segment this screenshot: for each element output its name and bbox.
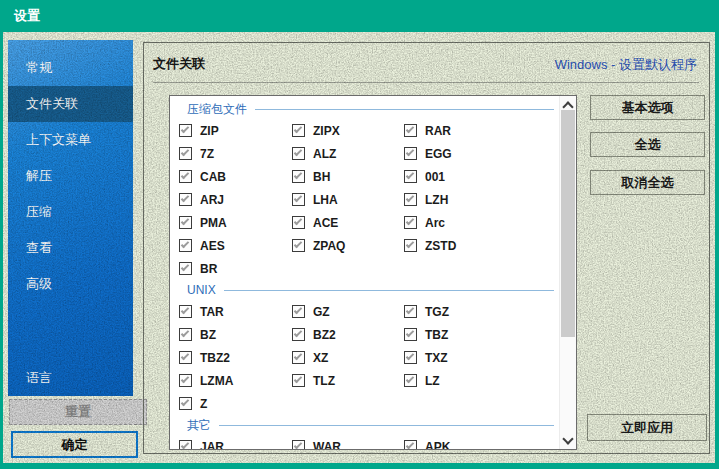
extension-checkbox-cab[interactable]: CAB bbox=[179, 165, 292, 188]
extension-label: BR bbox=[200, 262, 217, 276]
sidebar-item-file-association[interactable]: 文件关联 bbox=[8, 86, 133, 122]
checkbox-checked-icon bbox=[404, 374, 417, 387]
extension-label: ZIP bbox=[200, 124, 219, 138]
extension-checkbox-war[interactable]: WAR bbox=[292, 435, 404, 449]
titlebar[interactable]: 设置 bbox=[0, 0, 719, 32]
extension-checkbox-lha[interactable]: LHA bbox=[292, 188, 404, 211]
extension-checkbox-alz[interactable]: ALZ bbox=[292, 142, 404, 165]
extension-checkbox-tar[interactable]: TAR bbox=[179, 300, 292, 323]
sidebar: 常规文件关联上下文菜单解压压缩查看高级语言 bbox=[8, 40, 133, 396]
content-panel: 文件关联 Windows - 设置默认程序 压缩包文件ZIPZIPXRAR7ZA… bbox=[143, 42, 710, 454]
extension-list: 压缩包文件ZIPZIPXRAR7ZALZEGGCABBH001ARJLHALZH… bbox=[169, 95, 577, 450]
extension-checkbox-001[interactable]: 001 bbox=[404, 165, 559, 188]
extension-label: BH bbox=[313, 170, 330, 184]
extension-checkbox-br[interactable]: BR bbox=[179, 257, 292, 280]
extension-checkbox-gz[interactable]: GZ bbox=[292, 300, 404, 323]
extension-checkbox-xz[interactable]: XZ bbox=[292, 346, 404, 369]
extension-checkbox-lzma[interactable]: LZMA bbox=[179, 369, 292, 392]
scroll-down-button[interactable] bbox=[560, 432, 576, 449]
windows-default-programs-link[interactable]: Windows - 设置默认程序 bbox=[555, 56, 697, 74]
extension-label: 7Z bbox=[200, 147, 214, 161]
checkbox-checked-icon bbox=[179, 305, 192, 318]
checkbox-checked-icon bbox=[179, 328, 192, 341]
extension-checkbox-arj[interactable]: ARJ bbox=[179, 188, 292, 211]
extension-label: APK bbox=[425, 440, 450, 450]
checkbox-checked-icon bbox=[179, 239, 192, 252]
scrollbar-thumb[interactable] bbox=[561, 110, 575, 337]
extension-checkbox-zipx[interactable]: ZIPX bbox=[292, 119, 404, 142]
extension-checkbox-rar[interactable]: RAR bbox=[404, 119, 559, 142]
extension-label: BZ bbox=[200, 328, 216, 342]
reset-button[interactable]: 重置 bbox=[9, 399, 147, 425]
extension-label: AES bbox=[200, 239, 225, 253]
extension-label: JAR bbox=[200, 440, 224, 450]
extension-label: LZMA bbox=[200, 374, 233, 388]
extension-label: ALZ bbox=[313, 147, 336, 161]
extension-label: PMA bbox=[200, 216, 227, 230]
extension-label: TXZ bbox=[425, 351, 448, 365]
ok-button[interactable]: 确定 bbox=[11, 431, 138, 458]
checkbox-checked-icon bbox=[404, 351, 417, 364]
deselect-all-button[interactable]: 取消全选 bbox=[590, 170, 705, 195]
extension-checkbox-lzh[interactable]: LZH bbox=[404, 188, 559, 211]
extension-label: GZ bbox=[313, 305, 330, 319]
sidebar-item-extract[interactable]: 解压 bbox=[8, 158, 133, 194]
scrollbar[interactable] bbox=[559, 96, 576, 449]
extension-label: LZH bbox=[425, 193, 448, 207]
extension-checkbox-egg[interactable]: EGG bbox=[404, 142, 559, 165]
extension-checkbox-zip[interactable]: ZIP bbox=[179, 119, 292, 142]
extension-label: 001 bbox=[425, 170, 445, 184]
extension-checkbox-jar[interactable]: JAR bbox=[179, 435, 292, 449]
group-header-archive: 压缩包文件 bbox=[170, 99, 559, 119]
extension-checkbox-apk[interactable]: APK bbox=[404, 435, 559, 449]
settings-window: 设置 常规文件关联上下文菜单解压压缩查看高级语言 重置 确定 文件关联 Wind… bbox=[0, 0, 719, 469]
extension-checkbox-lz[interactable]: LZ bbox=[404, 369, 559, 392]
sidebar-item-language[interactable]: 语言 bbox=[8, 360, 133, 396]
group-label: UNIX bbox=[187, 283, 216, 297]
checkbox-checked-icon bbox=[292, 374, 305, 387]
page-title: 文件关联 bbox=[153, 55, 205, 73]
checkbox-checked-icon bbox=[292, 216, 305, 229]
extension-checkbox-zpaq[interactable]: ZPAQ bbox=[292, 234, 404, 257]
extension-checkbox-aes[interactable]: AES bbox=[179, 234, 292, 257]
extension-label: ACE bbox=[313, 216, 338, 230]
sidebar-item-compress[interactable]: 压缩 bbox=[8, 194, 133, 230]
extension-checkbox-tbz[interactable]: TBZ bbox=[404, 323, 559, 346]
extension-checkbox-bh[interactable]: BH bbox=[292, 165, 404, 188]
group-divider bbox=[219, 425, 554, 426]
checkbox-checked-icon bbox=[404, 216, 417, 229]
basic-options-button[interactable]: 基本选项 bbox=[590, 95, 705, 120]
extension-checkbox-bz2[interactable]: BZ2 bbox=[292, 323, 404, 346]
checkbox-checked-icon bbox=[292, 239, 305, 252]
extension-checkbox-bz[interactable]: BZ bbox=[179, 323, 292, 346]
extension-checkbox-tbz2[interactable]: TBZ2 bbox=[179, 346, 292, 369]
group-grid-other: JARWARAPK bbox=[170, 435, 559, 449]
group-header-other: 其它 bbox=[170, 415, 559, 435]
extension-label: ZPAQ bbox=[313, 239, 345, 253]
extension-checkbox-z[interactable]: Z bbox=[179, 392, 292, 415]
extension-checkbox-arc[interactable]: Arc bbox=[404, 211, 559, 234]
group-divider bbox=[224, 290, 554, 291]
extension-checkbox-pma[interactable]: PMA bbox=[179, 211, 292, 234]
group-divider bbox=[255, 109, 554, 110]
sidebar-item-context-menu[interactable]: 上下文菜单 bbox=[8, 122, 133, 158]
sidebar-item-advanced[interactable]: 高级 bbox=[8, 266, 133, 302]
extension-checkbox-txz[interactable]: TXZ bbox=[404, 346, 559, 369]
checkbox-checked-icon bbox=[404, 239, 417, 252]
checkbox-checked-icon bbox=[292, 147, 305, 160]
apply-now-button[interactable]: 立即应用 bbox=[587, 414, 707, 441]
checkbox-checked-icon bbox=[292, 193, 305, 206]
checkbox-checked-icon bbox=[179, 170, 192, 183]
extension-checkbox-tgz[interactable]: TGZ bbox=[404, 300, 559, 323]
extension-checkbox-zstd[interactable]: ZSTD bbox=[404, 234, 559, 257]
group-label: 其它 bbox=[187, 417, 211, 434]
extension-label: LZ bbox=[425, 374, 440, 388]
extension-checkbox-ace[interactable]: ACE bbox=[292, 211, 404, 234]
extension-checkbox-7z[interactable]: 7Z bbox=[179, 142, 292, 165]
extension-checkbox-tlz[interactable]: TLZ bbox=[292, 369, 404, 392]
sidebar-item-view[interactable]: 查看 bbox=[8, 230, 133, 266]
select-all-button[interactable]: 全选 bbox=[590, 132, 705, 157]
sidebar-item-general[interactable]: 常规 bbox=[8, 50, 133, 86]
chevron-down-icon bbox=[562, 433, 573, 444]
checkbox-checked-icon bbox=[179, 147, 192, 160]
